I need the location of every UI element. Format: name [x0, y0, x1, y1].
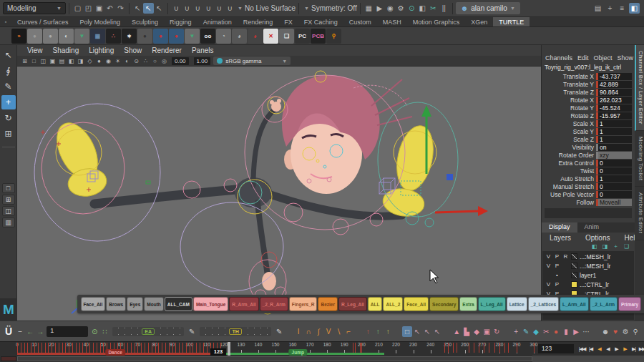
menu-object[interactable]: Object [594, 54, 613, 62]
layer-toggle-p[interactable]: P [554, 281, 560, 288]
menu-tab-turtle[interactable]: TURTLE [493, 17, 530, 26]
layer-tab-display[interactable]: Display [542, 222, 577, 233]
play-key-icon[interactable]: ▶ [571, 326, 581, 337]
range-slider[interactable] [17, 356, 532, 361]
menu-tab-animation[interactable]: Animation [197, 17, 238, 26]
snap-grid-icon[interactable]: ∪ [171, 3, 182, 14]
character-head[interactable] [282, 75, 412, 194]
picker-button-mouth[interactable]: Mouth [144, 297, 164, 311]
picker-button-face-all[interactable]: Face_All [81, 297, 106, 311]
layer-row[interactable]: •layer1 [542, 270, 634, 280]
layout-single-pane-icon[interactable]: □ [2, 183, 15, 193]
pose-library-icon[interactable]: ☻ [600, 326, 610, 337]
anim-blocks-icon[interactable]: ▙ [462, 326, 472, 337]
shelf-green-arrow-icon[interactable]: ▼ [74, 29, 89, 44]
exposure-field[interactable]: 0.00 [172, 57, 189, 65]
channel-value[interactable]: 0 [596, 191, 632, 198]
menu-lighting[interactable]: Lighting [84, 47, 118, 54]
vp-shaded-icon[interactable]: ● [94, 57, 104, 66]
move-layer-up-icon[interactable]: ◧ [590, 243, 598, 250]
menu-options[interactable]: Options [581, 234, 614, 242]
menu-edit[interactable]: Edit [577, 54, 589, 62]
channel-value[interactable]: 262.023 [596, 97, 632, 104]
move-tool-icon[interactable]: + [1, 95, 16, 109]
shelf-sphere3-icon[interactable]: ◐ [59, 29, 74, 44]
layer-row[interactable]: VPR...:MESH_lr [542, 252, 634, 261]
menu-tab-custom[interactable]: Custom [343, 17, 377, 26]
anim-keys-icon[interactable]: ◆ [472, 326, 482, 337]
next-key-arrow-icon[interactable]: → [35, 326, 45, 337]
vp-grid-icon[interactable]: ⊞ [20, 57, 29, 66]
hypershade-icon[interactable]: ⊙ [406, 3, 417, 14]
menu-layers[interactable]: Layers [545, 234, 575, 242]
power-icon[interactable]: ⊙ [89, 326, 99, 337]
tweak-pen2-icon[interactable]: ✎ [274, 326, 284, 337]
channel-value[interactable]: 0 [596, 183, 632, 190]
pen-tool-icon[interactable]: ✎ [521, 326, 531, 337]
render-settings-icon[interactable]: ⚙ [396, 3, 406, 14]
shelf-sphere2-icon[interactable]: ● [43, 29, 58, 44]
shelf-pink-dots-icon[interactable]: ∴ [106, 29, 121, 44]
move-layer-down-icon[interactable]: ◨ [601, 243, 609, 250]
search-icon[interactable]: ⚲ [630, 326, 640, 337]
channel-value[interactable]: Moveall [596, 199, 632, 206]
picker-button-r-leg-all[interactable]: R_Leg_All [338, 297, 367, 311]
vp-textured-icon[interactable]: ◉ [104, 57, 113, 66]
channel-value[interactable]: on [596, 144, 632, 151]
tweak-pen-icon[interactable]: ✎ [187, 326, 197, 337]
anim-ghost-icon[interactable]: ▲ [452, 326, 462, 337]
picker-button-bezier[interactable]: Bezier [318, 297, 338, 311]
raise-panels-icon[interactable]: ▤ [592, 3, 603, 14]
vp-gate-mask-icon[interactable]: ▣ [48, 57, 57, 66]
vp-xray-icon[interactable]: ◎ [160, 57, 169, 66]
menu-set-dropdown[interactable]: Modeling ▼ [3, 2, 66, 14]
layer-toggle-v[interactable]: V [545, 263, 552, 269]
select-component-icon[interactable]: ↖ [154, 3, 165, 14]
picker-button-l-leg-all[interactable]: L_Leg_All [478, 297, 506, 311]
side-tab-attribute-editor[interactable]: Attribute Editor [635, 187, 644, 240]
channel-value[interactable]: 1 [596, 120, 632, 127]
pivot-icon[interactable]: + [511, 326, 521, 337]
cursor-a-icon[interactable]: ↖ [412, 326, 422, 337]
layer-row[interactable]: VP...:MESH_lr [542, 261, 634, 270]
menu-tab-fx[interactable]: FX [278, 17, 298, 26]
light-editor-icon[interactable]: ◧ [417, 3, 428, 14]
snap-point-icon[interactable]: ∪ [192, 3, 203, 14]
shelf-pie2-icon[interactable]: ◕ [232, 29, 247, 44]
new-empty-layer-icon[interactable]: + [612, 243, 620, 250]
hotbox-icon[interactable]: ≡ [617, 3, 628, 14]
vp-shadows-icon[interactable]: ◐ [122, 57, 132, 66]
tab-corner-icon[interactable]: ▪ [0, 17, 11, 26]
vp-ao-icon[interactable]: ⊙ [132, 57, 141, 66]
layout-two-pane-icon[interactable]: ◫ [2, 206, 15, 216]
menu-tab-rendering[interactable]: Rendering [238, 17, 279, 26]
menu-tab-curves-surfaces[interactable]: Curves / Surfaces [11, 17, 74, 26]
scissors-icon[interactable]: ✂ [541, 326, 551, 337]
scale-tool-icon[interactable]: ⊞ [1, 127, 16, 141]
current-frame-field[interactable]: 123 [538, 344, 574, 353]
live-surface-label[interactable]: No Live Surface [245, 4, 296, 12]
shelf-sphere-icon[interactable]: ● [27, 29, 42, 44]
menu-show[interactable]: Show [119, 47, 146, 54]
save-scene-icon[interactable]: ▣ [94, 3, 104, 14]
cursor-c-icon[interactable]: ↖ [432, 326, 442, 337]
picker-button-r-arm-all[interactable]: R_Arm_All [229, 297, 258, 311]
shelf-pie-icon[interactable]: ◔ [216, 29, 231, 44]
shelf-pcb-icon[interactable]: PCB [311, 29, 326, 44]
chevron-down-icon[interactable]: ▼ [304, 6, 309, 11]
anim-copy-icon[interactable]: ▣ [482, 326, 492, 337]
gamma-field[interactable]: 1.00 [194, 57, 211, 65]
shelf-blue-grid-icon[interactable]: ▦ [90, 29, 105, 44]
tangent-spline-icon[interactable]: ∫ [313, 326, 323, 337]
tangent-step-icon[interactable]: ⌐ [343, 326, 353, 337]
rotate-tool-icon[interactable]: ↻ [1, 111, 16, 125]
picker-button-face-all[interactable]: Face_All [404, 297, 429, 311]
vp-film-gate-icon[interactable]: □ [29, 57, 39, 66]
picker-button-l-arm-all[interactable]: L_Arm_All [560, 297, 589, 311]
animbot-frame-field[interactable]: 1 [47, 326, 88, 337]
vp-wireframe-icon[interactable]: ◇ [85, 57, 94, 66]
menu-view[interactable]: View [23, 47, 47, 54]
layer-row[interactable]: VP...:CTRL_lr [542, 280, 634, 289]
channel-value[interactable]: xzy [596, 152, 632, 159]
shelf-pc-icon[interactable]: PC [295, 29, 310, 44]
